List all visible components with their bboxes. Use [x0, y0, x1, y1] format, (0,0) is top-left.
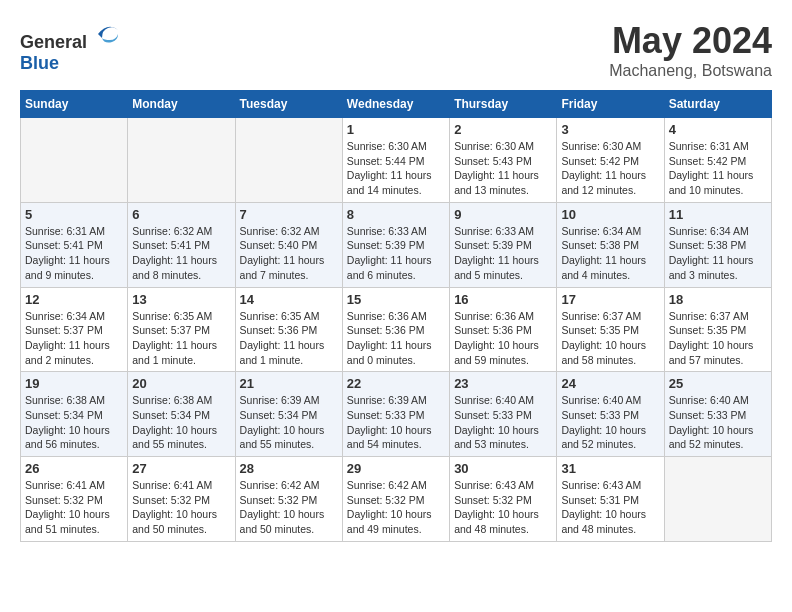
day-info: Sunrise: 6:30 AM Sunset: 5:42 PM Dayligh… [561, 139, 659, 198]
day-info: Sunrise: 6:41 AM Sunset: 5:32 PM Dayligh… [132, 478, 230, 537]
calendar-day-cell: 19Sunrise: 6:38 AM Sunset: 5:34 PM Dayli… [21, 372, 128, 457]
calendar-day-cell: 4Sunrise: 6:31 AM Sunset: 5:42 PM Daylig… [664, 118, 771, 203]
day-number: 30 [454, 461, 552, 476]
day-info: Sunrise: 6:41 AM Sunset: 5:32 PM Dayligh… [25, 478, 123, 537]
day-number: 1 [347, 122, 445, 137]
calendar-day-cell: 2Sunrise: 6:30 AM Sunset: 5:43 PM Daylig… [450, 118, 557, 203]
calendar-day-cell: 10Sunrise: 6:34 AM Sunset: 5:38 PM Dayli… [557, 202, 664, 287]
calendar-day-cell [235, 118, 342, 203]
day-number: 2 [454, 122, 552, 137]
calendar-table: SundayMondayTuesdayWednesdayThursdayFrid… [20, 90, 772, 542]
calendar-day-cell: 28Sunrise: 6:42 AM Sunset: 5:32 PM Dayli… [235, 457, 342, 542]
location-subtitle: Machaneng, Botswana [609, 62, 772, 80]
calendar-day-cell: 20Sunrise: 6:38 AM Sunset: 5:34 PM Dayli… [128, 372, 235, 457]
weekday-header: Saturday [664, 91, 771, 118]
calendar-day-cell: 26Sunrise: 6:41 AM Sunset: 5:32 PM Dayli… [21, 457, 128, 542]
day-info: Sunrise: 6:30 AM Sunset: 5:43 PM Dayligh… [454, 139, 552, 198]
day-info: Sunrise: 6:39 AM Sunset: 5:34 PM Dayligh… [240, 393, 338, 452]
calendar-day-cell: 30Sunrise: 6:43 AM Sunset: 5:32 PM Dayli… [450, 457, 557, 542]
day-info: Sunrise: 6:40 AM Sunset: 5:33 PM Dayligh… [454, 393, 552, 452]
day-number: 11 [669, 207, 767, 222]
day-info: Sunrise: 6:33 AM Sunset: 5:39 PM Dayligh… [347, 224, 445, 283]
day-number: 28 [240, 461, 338, 476]
calendar-week-row: 1Sunrise: 6:30 AM Sunset: 5:44 PM Daylig… [21, 118, 772, 203]
title-block: May 2024 Machaneng, Botswana [609, 20, 772, 80]
day-info: Sunrise: 6:38 AM Sunset: 5:34 PM Dayligh… [25, 393, 123, 452]
calendar-day-cell: 16Sunrise: 6:36 AM Sunset: 5:36 PM Dayli… [450, 287, 557, 372]
calendar-day-cell: 25Sunrise: 6:40 AM Sunset: 5:33 PM Dayli… [664, 372, 771, 457]
logo-icon [94, 20, 122, 48]
day-number: 29 [347, 461, 445, 476]
day-number: 12 [25, 292, 123, 307]
day-info: Sunrise: 6:30 AM Sunset: 5:44 PM Dayligh… [347, 139, 445, 198]
calendar-day-cell: 18Sunrise: 6:37 AM Sunset: 5:35 PM Dayli… [664, 287, 771, 372]
calendar-day-cell: 27Sunrise: 6:41 AM Sunset: 5:32 PM Dayli… [128, 457, 235, 542]
day-info: Sunrise: 6:32 AM Sunset: 5:41 PM Dayligh… [132, 224, 230, 283]
day-number: 22 [347, 376, 445, 391]
day-info: Sunrise: 6:39 AM Sunset: 5:33 PM Dayligh… [347, 393, 445, 452]
day-number: 19 [25, 376, 123, 391]
calendar-day-cell: 12Sunrise: 6:34 AM Sunset: 5:37 PM Dayli… [21, 287, 128, 372]
calendar-day-cell: 11Sunrise: 6:34 AM Sunset: 5:38 PM Dayli… [664, 202, 771, 287]
day-number: 13 [132, 292, 230, 307]
calendar-day-cell: 13Sunrise: 6:35 AM Sunset: 5:37 PM Dayli… [128, 287, 235, 372]
day-info: Sunrise: 6:37 AM Sunset: 5:35 PM Dayligh… [561, 309, 659, 368]
calendar-day-cell: 8Sunrise: 6:33 AM Sunset: 5:39 PM Daylig… [342, 202, 449, 287]
calendar-day-cell: 29Sunrise: 6:42 AM Sunset: 5:32 PM Dayli… [342, 457, 449, 542]
day-number: 7 [240, 207, 338, 222]
weekday-header: Monday [128, 91, 235, 118]
calendar-day-cell: 9Sunrise: 6:33 AM Sunset: 5:39 PM Daylig… [450, 202, 557, 287]
day-number: 31 [561, 461, 659, 476]
weekday-header: Thursday [450, 91, 557, 118]
calendar-day-cell: 3Sunrise: 6:30 AM Sunset: 5:42 PM Daylig… [557, 118, 664, 203]
day-info: Sunrise: 6:42 AM Sunset: 5:32 PM Dayligh… [240, 478, 338, 537]
day-number: 23 [454, 376, 552, 391]
day-info: Sunrise: 6:31 AM Sunset: 5:42 PM Dayligh… [669, 139, 767, 198]
calendar-day-cell: 5Sunrise: 6:31 AM Sunset: 5:41 PM Daylig… [21, 202, 128, 287]
weekday-header: Tuesday [235, 91, 342, 118]
calendar-day-cell: 31Sunrise: 6:43 AM Sunset: 5:31 PM Dayli… [557, 457, 664, 542]
day-info: Sunrise: 6:40 AM Sunset: 5:33 PM Dayligh… [669, 393, 767, 452]
day-info: Sunrise: 6:38 AM Sunset: 5:34 PM Dayligh… [132, 393, 230, 452]
calendar-week-row: 12Sunrise: 6:34 AM Sunset: 5:37 PM Dayli… [21, 287, 772, 372]
day-info: Sunrise: 6:36 AM Sunset: 5:36 PM Dayligh… [454, 309, 552, 368]
weekday-header-row: SundayMondayTuesdayWednesdayThursdayFrid… [21, 91, 772, 118]
day-info: Sunrise: 6:34 AM Sunset: 5:38 PM Dayligh… [561, 224, 659, 283]
day-number: 8 [347, 207, 445, 222]
day-info: Sunrise: 6:35 AM Sunset: 5:36 PM Dayligh… [240, 309, 338, 368]
logo-blue: Blue [20, 53, 59, 73]
day-number: 26 [25, 461, 123, 476]
day-number: 15 [347, 292, 445, 307]
calendar-day-cell [21, 118, 128, 203]
calendar-day-cell: 15Sunrise: 6:36 AM Sunset: 5:36 PM Dayli… [342, 287, 449, 372]
calendar-day-cell: 24Sunrise: 6:40 AM Sunset: 5:33 PM Dayli… [557, 372, 664, 457]
day-info: Sunrise: 6:42 AM Sunset: 5:32 PM Dayligh… [347, 478, 445, 537]
weekday-header: Friday [557, 91, 664, 118]
logo-text: General Blue [20, 20, 122, 74]
day-number: 16 [454, 292, 552, 307]
day-info: Sunrise: 6:34 AM Sunset: 5:38 PM Dayligh… [669, 224, 767, 283]
day-info: Sunrise: 6:43 AM Sunset: 5:32 PM Dayligh… [454, 478, 552, 537]
calendar-day-cell: 7Sunrise: 6:32 AM Sunset: 5:40 PM Daylig… [235, 202, 342, 287]
day-info: Sunrise: 6:36 AM Sunset: 5:36 PM Dayligh… [347, 309, 445, 368]
calendar-day-cell: 21Sunrise: 6:39 AM Sunset: 5:34 PM Dayli… [235, 372, 342, 457]
weekday-header: Wednesday [342, 91, 449, 118]
calendar-day-cell: 6Sunrise: 6:32 AM Sunset: 5:41 PM Daylig… [128, 202, 235, 287]
day-info: Sunrise: 6:35 AM Sunset: 5:37 PM Dayligh… [132, 309, 230, 368]
day-number: 5 [25, 207, 123, 222]
day-number: 4 [669, 122, 767, 137]
logo: General Blue [20, 20, 122, 74]
day-number: 3 [561, 122, 659, 137]
calendar-day-cell: 17Sunrise: 6:37 AM Sunset: 5:35 PM Dayli… [557, 287, 664, 372]
calendar-week-row: 19Sunrise: 6:38 AM Sunset: 5:34 PM Dayli… [21, 372, 772, 457]
logo-general: General [20, 32, 87, 52]
calendar-day-cell: 22Sunrise: 6:39 AM Sunset: 5:33 PM Dayli… [342, 372, 449, 457]
calendar-day-cell: 14Sunrise: 6:35 AM Sunset: 5:36 PM Dayli… [235, 287, 342, 372]
day-number: 9 [454, 207, 552, 222]
weekday-header: Sunday [21, 91, 128, 118]
month-year-title: May 2024 [609, 20, 772, 62]
day-info: Sunrise: 6:32 AM Sunset: 5:40 PM Dayligh… [240, 224, 338, 283]
day-number: 25 [669, 376, 767, 391]
day-number: 10 [561, 207, 659, 222]
calendar-day-cell: 1Sunrise: 6:30 AM Sunset: 5:44 PM Daylig… [342, 118, 449, 203]
